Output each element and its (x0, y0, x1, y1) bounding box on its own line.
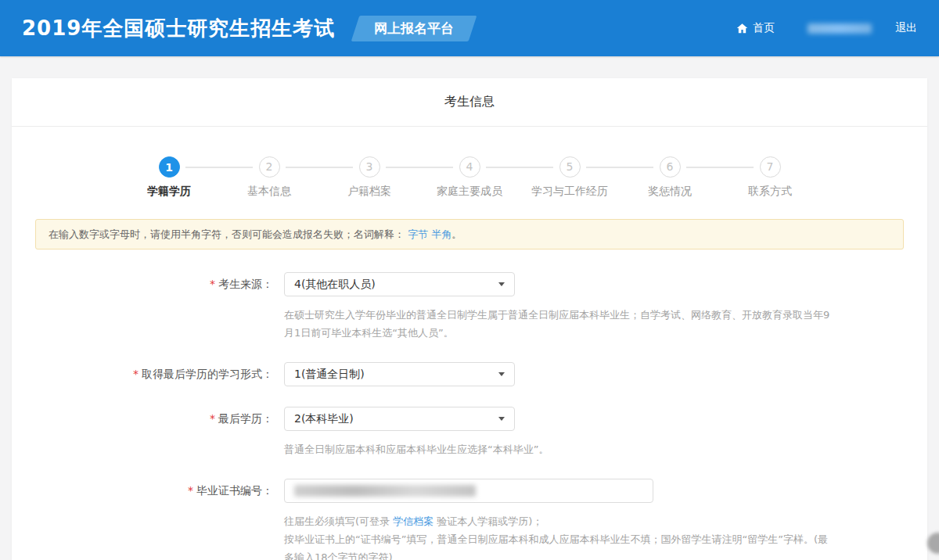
study-form-label: *取得最后学历的学习形式： (12, 362, 284, 386)
required-asterisk: * (133, 368, 139, 380)
study-form-value: 1(普通全日制) (294, 368, 365, 382)
diploma-number-label: *毕业证书编号： (12, 479, 284, 503)
redacted-username (808, 23, 872, 34)
last-degree-help: 普通全日制应届本科和应届本科毕业生应选择“本科毕业”。 (284, 440, 836, 458)
app-title: 2019年全国硕士研究生招生考试 (22, 15, 335, 42)
xuexin-archive-link[interactable]: 学信档案 (393, 515, 434, 527)
byte-term-link[interactable]: 字节 (408, 228, 428, 240)
home-link[interactable]: 首页 (736, 21, 775, 35)
page-title: 考生信息 (444, 94, 495, 110)
logout-link[interactable]: 退出 (895, 21, 917, 35)
step-4-family-members[interactable]: 4 家庭主要成员 (419, 156, 520, 199)
field-candidate-source: *考生来源： 4(其他在职人员) 在硕士研究生入学年份毕业的普通全日制学生属于普… (12, 272, 927, 342)
halfwidth-term-link[interactable]: 半角 (431, 228, 452, 240)
platform-badge-label: 网上报名平台 (374, 20, 454, 38)
redacted-diploma-number (294, 485, 476, 497)
step-2-label: 基本信息 (219, 185, 319, 199)
step-2-circle: 2 (259, 156, 280, 178)
candidate-source-select[interactable]: 4(其他在职人员) (284, 272, 515, 296)
step-7-contact[interactable]: 7 联系方式 (720, 156, 820, 199)
required-asterisk: * (210, 412, 215, 425)
home-icon (736, 23, 748, 34)
step-1-xueji-xueli[interactable]: 1 学籍学历 (119, 156, 219, 199)
candidate-source-value: 4(其他在职人员) (294, 278, 376, 292)
candidate-source-help: 在硕士研究生入学年份毕业的普通全日制学生属于普通全日制应届本科毕业生；自学考试、… (284, 306, 836, 342)
required-asterisk: * (210, 278, 215, 290)
home-link-label: 首页 (753, 21, 775, 35)
card-title-bar: 考生信息 (12, 78, 927, 127)
step-4-label: 家庭主要成员 (419, 185, 520, 199)
main-card: 考生信息 1 学籍学历 2 基本信息 3 户籍档案 4 家庭主要成员 5 学习与… (12, 78, 927, 560)
step-7-circle: 7 (760, 156, 781, 178)
step-6-rewards-punishments[interactable]: 6 奖惩情况 (620, 156, 720, 199)
step-6-label: 奖惩情况 (620, 185, 720, 199)
notice-text: 在输入数字或字母时，请使用半角字符，否则可能会造成报名失败；名词解释： (49, 228, 405, 240)
last-degree-select[interactable]: 2(本科毕业) (284, 407, 515, 431)
notice-suffix: 。 (452, 228, 462, 240)
candidate-info-form: *考生来源： 4(其他在职人员) 在硕士研究生入学年份毕业的普通全日制学生属于普… (12, 249, 927, 560)
step-5-label: 学习与工作经历 (520, 185, 620, 199)
field-diploma-number: *毕业证书编号： 往届生必须填写(可登录 学信档案 验证本人学籍或学历)； 按毕… (12, 479, 927, 560)
step-1-circle: 1 (159, 156, 180, 178)
app-header: 2019年全国硕士研究生招生考试 网上报名平台 首页 退出 (0, 0, 939, 56)
floating-widget[interactable] (927, 533, 939, 554)
step-3-label: 户籍档案 (319, 185, 419, 199)
candidate-source-label: *考生来源： (12, 272, 284, 296)
header-nav: 首页 退出 (736, 21, 917, 35)
chevron-down-icon (498, 282, 505, 286)
last-degree-label: *最后学历： (12, 407, 284, 431)
step-3-circle: 3 (359, 156, 380, 178)
step-1-label: 学籍学历 (119, 185, 219, 199)
field-last-degree: *最后学历： 2(本科毕业) 普通全日制应届本科和应届本科毕业生应选择“本科毕业… (12, 407, 927, 458)
diploma-help-line1: 往届生必须填写(可登录 学信档案 验证本人学籍或学历)； (284, 512, 836, 530)
diploma-number-help: 往届生必须填写(可登录 学信档案 验证本人学籍或学历)； 按毕业证书上的“证书编… (284, 512, 836, 560)
last-degree-value: 2(本科毕业) (294, 412, 354, 426)
logout-link-label: 退出 (895, 21, 917, 35)
chevron-down-icon (498, 372, 505, 376)
required-asterisk: * (188, 484, 193, 497)
step-3-huji-dangan[interactable]: 3 户籍档案 (319, 156, 419, 199)
step-2-basic-info[interactable]: 2 基本信息 (219, 156, 319, 199)
diploma-number-input[interactable] (284, 479, 653, 503)
diploma-help-line2: 按毕业证书上的“证书编号”填写，普通全日制应届本科和成人应届本科毕业生不填；国外… (284, 530, 836, 560)
step-6-circle: 6 (660, 156, 681, 178)
step-5-circle: 5 (559, 156, 581, 178)
step-4-circle: 4 (459, 156, 480, 178)
platform-badge: 网上报名平台 (351, 16, 477, 41)
halfwidth-notice-banner: 在输入数字或字母时，请使用半角字符，否则可能会造成报名失败；名词解释： 字节 半… (35, 219, 904, 249)
step-5-study-work[interactable]: 5 学习与工作经历 (520, 156, 620, 199)
step-7-label: 联系方式 (720, 185, 820, 199)
field-study-form: *取得最后学历的学习形式： 1(普通全日制) (12, 362, 927, 386)
stepper: 1 学籍学历 2 基本信息 3 户籍档案 4 家庭主要成员 5 学习与工作经历 … (12, 127, 927, 199)
study-form-select[interactable]: 1(普通全日制) (284, 362, 515, 386)
chevron-down-icon (498, 417, 505, 421)
